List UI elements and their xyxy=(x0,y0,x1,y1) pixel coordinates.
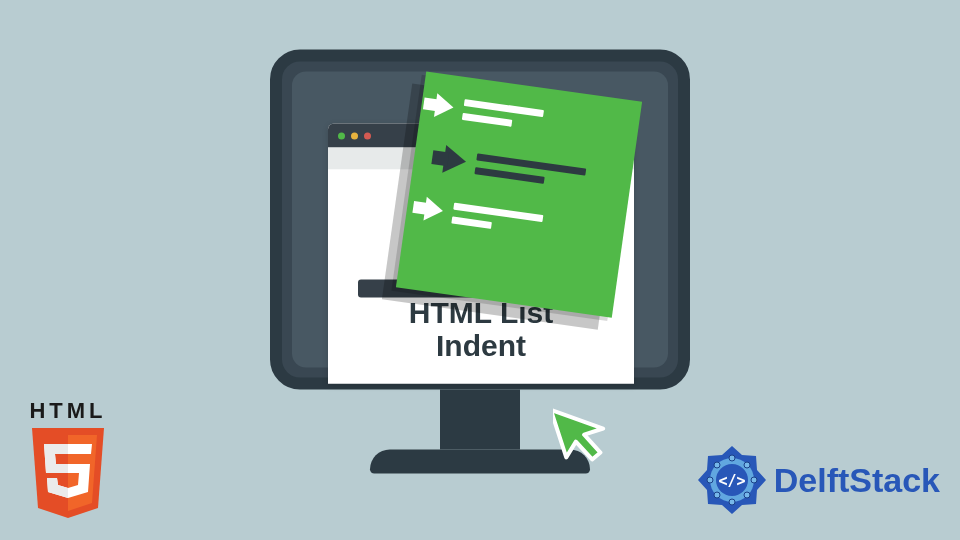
monitor-screen: HTML List Indent xyxy=(270,50,690,390)
list-row-2 xyxy=(442,145,618,197)
list-row-1 xyxy=(434,93,625,143)
green-document xyxy=(396,71,642,317)
arrow-right-dark-icon xyxy=(442,145,468,176)
svg-point-6 xyxy=(751,477,757,483)
html5-logo: HTML xyxy=(26,398,110,524)
arrow-right-icon xyxy=(434,93,455,119)
traffic-light-green-icon xyxy=(338,132,345,139)
delftstack-label: DelftStack xyxy=(774,461,940,500)
svg-point-9 xyxy=(714,492,720,498)
cursor-arrow-icon xyxy=(553,396,615,472)
text-line-icon xyxy=(462,112,512,126)
text-line-icon xyxy=(451,216,492,228)
monitor-neck xyxy=(440,390,520,450)
text-line-icon xyxy=(474,167,544,184)
title-line-2: Indent xyxy=(409,329,553,362)
svg-point-10 xyxy=(707,477,713,483)
browser-window: HTML List Indent xyxy=(328,124,634,384)
monitor-illustration: HTML List Indent xyxy=(270,50,690,474)
svg-text:</>: </> xyxy=(718,472,745,490)
delftstack-logo: </> DelftStack xyxy=(696,444,940,516)
delftstack-emblem-icon: </> xyxy=(696,444,768,516)
traffic-light-yellow-icon xyxy=(351,132,358,139)
svg-point-7 xyxy=(744,492,750,498)
traffic-light-red-icon xyxy=(364,132,371,139)
html5-label: HTML xyxy=(26,398,110,424)
svg-point-8 xyxy=(729,499,735,505)
svg-point-4 xyxy=(729,455,735,461)
html5-shield-icon xyxy=(26,426,110,520)
arrow-right-icon xyxy=(423,197,444,223)
svg-point-11 xyxy=(714,462,720,468)
list-row-3 xyxy=(423,197,611,247)
svg-point-5 xyxy=(744,462,750,468)
browser-content: HTML List Indent xyxy=(328,170,634,384)
